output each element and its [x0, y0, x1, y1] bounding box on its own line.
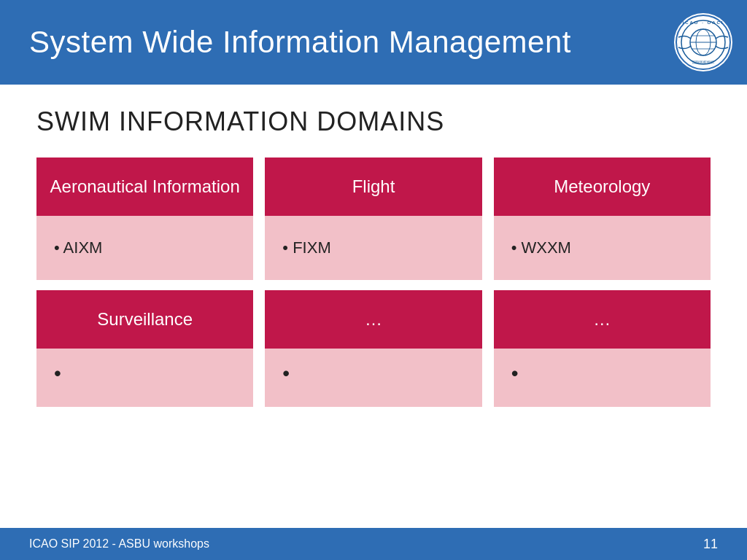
- page-title: System Wide Information Management: [29, 25, 571, 60]
- domain-item-fixm: FIXM: [282, 238, 330, 257]
- footer-page: 11: [703, 537, 718, 552]
- domain-body-aeronautical-1: AIXM: [36, 216, 253, 280]
- domain-item-wxxm: WXXM: [511, 238, 571, 257]
- page-footer: ICAO SIP 2012 - ASBU workshops 11: [0, 528, 747, 560]
- bullet-met-2: •: [511, 362, 519, 385]
- spacer-3: [494, 280, 711, 290]
- domain-header-aeronautical: Aeronautical Information: [36, 158, 253, 216]
- domain-body-flight-2: •: [265, 349, 481, 407]
- svg-text:国际民航组织: 国际民航组织: [692, 60, 714, 64]
- bullet-flight-2: •: [282, 362, 290, 385]
- domain-header-flight-ellipsis: …: [265, 290, 481, 349]
- main-content: SWIM INFORMATION DOMAINS Aeronautical In…: [0, 85, 747, 528]
- domains-grid: Aeronautical Information Flight Meteorol…: [36, 158, 711, 407]
- footer-text: ICAO SIP 2012 - ASBU workshops: [29, 537, 209, 551]
- spacer-2: [265, 280, 481, 290]
- domain-header-meteorology: Meteorology: [494, 158, 711, 216]
- domain-body-meteorology-1: WXXM: [494, 216, 711, 280]
- section-title: SWIM INFORMATION DOMAINS: [36, 106, 711, 137]
- domain-header-surveillance: Surveillance: [36, 290, 253, 349]
- domain-body-met-2: •: [494, 349, 711, 407]
- svg-text:ICAO · OACI: ICAO · OACI: [682, 20, 724, 25]
- page-header: System Wide Information Management ICAO …: [0, 0, 747, 85]
- domain-header-met-ellipsis: …: [494, 290, 711, 349]
- spacer-1: [36, 280, 253, 290]
- logo-svg: ICAO · OACI 国际民航组织: [675, 14, 732, 71]
- domain-item-aixm: AIXM: [54, 238, 102, 257]
- domain-header-flight: Flight: [265, 158, 481, 216]
- icao-logo: ICAO · OACI 国际民航组织: [674, 13, 732, 71]
- domain-body-surveillance-1: •: [36, 349, 253, 407]
- domain-body-flight-1: FIXM: [265, 216, 481, 280]
- bullet-surveillance: •: [54, 362, 61, 385]
